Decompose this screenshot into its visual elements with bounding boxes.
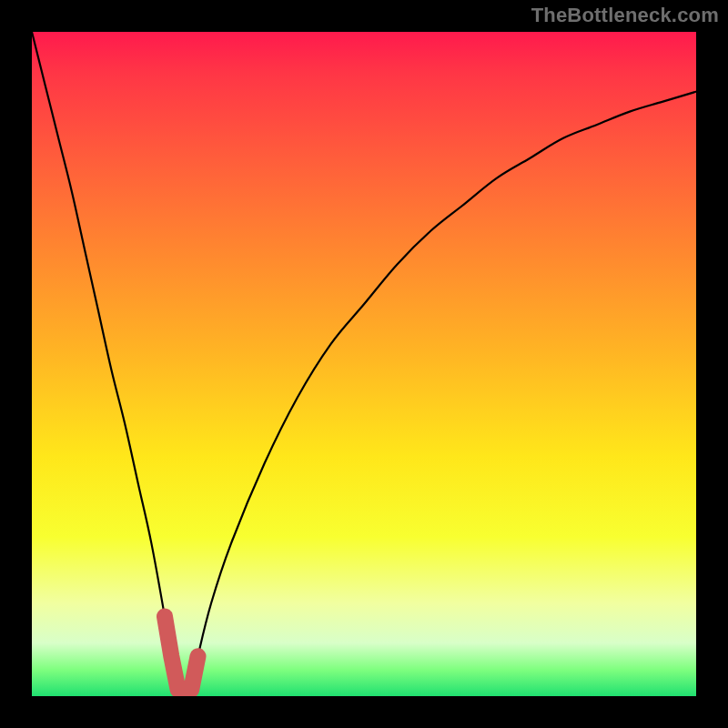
chart-frame: TheBottleneck.com [0,0,728,728]
valley-highlight-line [165,616,198,696]
chart-svg [32,32,696,696]
plot-area [32,32,696,696]
watermark-text: TheBottleneck.com [531,4,719,27]
bottleneck-curve-line [32,32,696,696]
